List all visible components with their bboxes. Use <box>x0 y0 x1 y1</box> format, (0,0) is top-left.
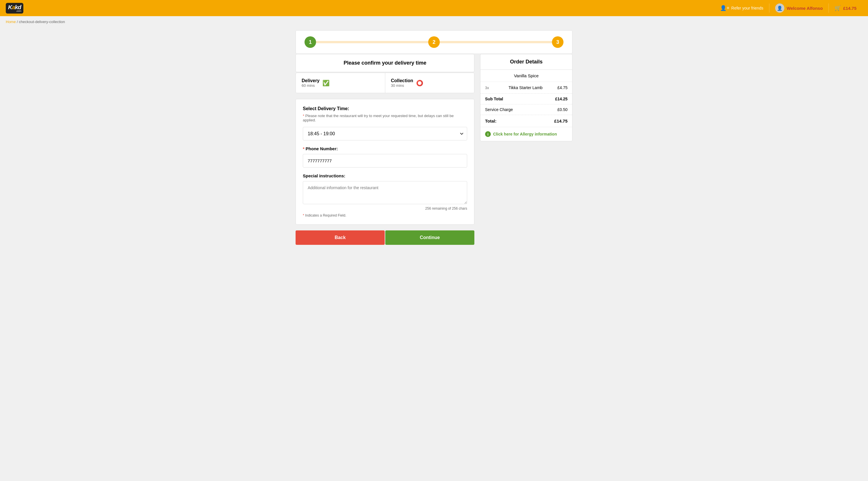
left-column: Please confirm your delivery time Delive… <box>296 54 474 245</box>
step-2: 2 <box>428 36 440 48</box>
right-column: Order Details Vanilla Spice 3x Tikka Sta… <box>480 54 572 141</box>
breadcrumb: Home / checkout-delivery-collection <box>0 16 868 27</box>
back-button[interactable]: Back <box>296 231 385 245</box>
refer-friends-label: Refer your friends <box>731 6 763 10</box>
subtotal-row: Sub Total £14.25 <box>480 94 572 104</box>
progress-steps: 1 2 3 <box>305 36 563 48</box>
welcome-text: Welcome Alfonso <box>787 6 823 11</box>
collection-time: 30 mins <box>391 83 413 88</box>
phone-input[interactable] <box>303 154 467 168</box>
collection-info: Collection 30 mins <box>391 78 413 88</box>
delivery-collection-toggle: Delivery 60 mins ✅ Collection 30 mins ⭕ <box>296 73 474 93</box>
required-note: * Indicates a Required Field. <box>303 213 467 217</box>
order-panel: Order Details Vanilla Spice 3x Tikka Sta… <box>480 54 572 141</box>
time-select[interactable]: 18:45 - 19:00 <box>303 127 467 141</box>
phone-field-label: * Phone Number: <box>303 146 467 151</box>
delivery-time: 60 mins <box>302 83 319 88</box>
service-label: Service Charge <box>485 107 513 112</box>
note-text-content: Please note that the restaurant will try… <box>303 114 454 122</box>
order-title: Order Details <box>480 54 572 70</box>
item-price: £4.75 <box>557 85 567 90</box>
two-column-layout: Please confirm your delivery time Delive… <box>296 54 572 245</box>
form-section: Select Delivery Time: * Please note that… <box>296 99 474 224</box>
confirm-delivery-title: Please confirm your delivery time <box>343 60 426 66</box>
phone-label-text: Phone Number: <box>306 146 338 151</box>
select-delivery-label: Select Delivery Time: <box>303 106 467 111</box>
char-count: 256 remaining of 256 chars <box>303 207 467 211</box>
subtotal-label: Sub Total <box>485 97 503 101</box>
confirm-delivery-header: Please confirm your delivery time <box>296 54 474 72</box>
step-1: 1 <box>305 36 316 48</box>
delivery-label: Delivery <box>302 78 319 83</box>
order-item-row: 3x Tikka Starter Lamb £4.75 <box>480 82 572 94</box>
subtotal-value: £14.25 <box>555 97 567 101</box>
collection-radio-unchecked: ⭕ <box>416 80 423 87</box>
info-icon: i <box>485 131 491 137</box>
user-section: 👤 Welcome Alfonso <box>769 3 829 13</box>
delivery-note: * Please note that the restaurant will t… <box>303 114 467 122</box>
allergy-link[interactable]: i Click here for Allergy information <box>480 127 572 141</box>
add-friend-icon: 👤+ <box>720 5 730 11</box>
refer-friends-button[interactable]: 👤+ Refer your friends <box>714 5 769 11</box>
collection-option[interactable]: Collection 30 mins ⭕ <box>385 73 474 93</box>
service-row: Service Charge £0.50 <box>480 104 572 115</box>
progress-bar: 1 2 3 <box>296 30 572 54</box>
logo: Kakd.com <box>6 3 23 13</box>
total-value: £14.75 <box>554 119 567 123</box>
action-buttons: Back Continue <box>296 231 474 245</box>
delivery-info: Delivery 60 mins <box>302 78 319 88</box>
collection-label: Collection <box>391 78 413 83</box>
continue-button[interactable]: Continue <box>385 231 474 245</box>
cart-icon: 🛒 <box>835 5 841 11</box>
restaurant-name: Vanilla Spice <box>480 70 572 82</box>
instructions-label: Special instructions: <box>303 173 467 178</box>
header: Kakd.com 👤+ Refer your friends 👤 Welcome… <box>0 0 868 16</box>
avatar: 👤 <box>775 3 784 13</box>
header-right: 👤+ Refer your friends 👤 Welcome Alfonso … <box>714 0 862 16</box>
item-qty: 3x <box>485 86 494 90</box>
instructions-textarea[interactable] <box>303 181 467 204</box>
allergy-link-text: Click here for Allergy information <box>493 132 557 137</box>
required-note-text: Indicates a Required Field. <box>305 213 346 217</box>
breadcrumb-separator: / <box>17 20 19 24</box>
cart-section[interactable]: 🛒 £14.75 <box>829 0 862 16</box>
item-name: Tikka Starter Lamb <box>494 85 557 90</box>
breadcrumb-home[interactable]: Home <box>6 20 16 24</box>
delivery-radio-checked: ✅ <box>322 80 330 87</box>
step-3: 3 <box>552 36 563 48</box>
main-content: 1 2 3 Please confirm your delivery time … <box>290 27 578 257</box>
service-value: £0.50 <box>557 107 567 112</box>
delivery-option[interactable]: Delivery 60 mins ✅ <box>296 73 385 93</box>
total-label: Total: <box>485 119 497 123</box>
breadcrumb-current: checkout-delivery-collection <box>19 20 65 24</box>
total-row: Total: £14.75 <box>480 115 572 127</box>
cart-total: £14.75 <box>843 6 857 11</box>
